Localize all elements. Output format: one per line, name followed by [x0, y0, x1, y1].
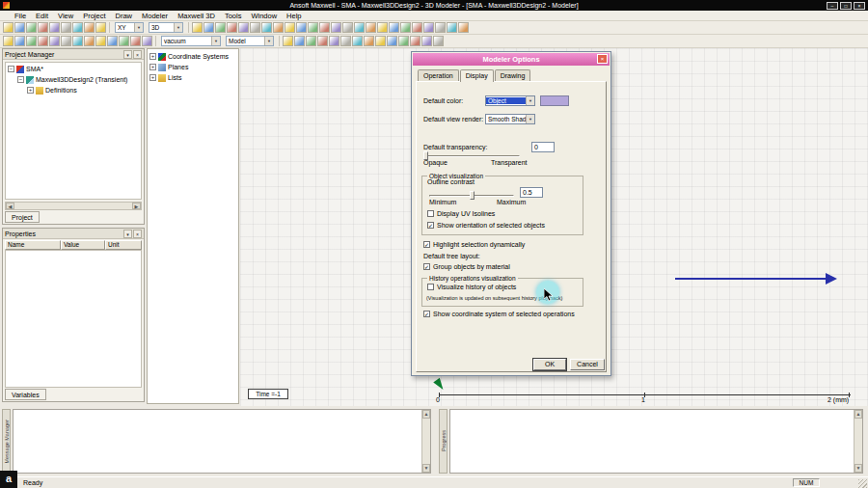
thicken-sheet-icon[interactable]	[387, 36, 397, 46]
resize-grip[interactable]	[858, 479, 867, 488]
orient-top-icon[interactable]	[273, 22, 284, 33]
close-icon[interactable]: ×	[854, 2, 865, 10]
pan-icon[interactable]	[192, 22, 203, 33]
menu-window[interactable]: Window	[246, 11, 282, 21]
tree-item-design[interactable]: − Maxwell3DDesign2 (Transient)	[6, 74, 141, 85]
copy-icon[interactable]	[61, 22, 71, 33]
draw-line-icon[interactable]	[319, 22, 330, 33]
outline-contrast-slider-thumb[interactable]	[470, 191, 475, 200]
orient-side-icon[interactable]	[296, 22, 307, 33]
menu-modeler[interactable]: Modeler	[137, 11, 173, 21]
object-cs-icon[interactable]	[130, 36, 141, 46]
tab-display[interactable]: Display	[460, 69, 494, 82]
select-vertex-icon[interactable]	[38, 36, 48, 46]
menu-help[interactable]: Help	[282, 11, 306, 21]
default-color-swatch[interactable]	[540, 95, 569, 106]
expand-icon[interactable]: +	[149, 64, 156, 70]
boolean-unite-icon[interactable]	[283, 36, 293, 46]
tab-operation[interactable]: Operation	[418, 69, 459, 81]
orient-iso-icon[interactable]	[308, 22, 318, 33]
tab-drawing[interactable]: Drawing	[495, 69, 531, 81]
minimize-icon[interactable]: –	[827, 2, 838, 10]
fit-all-icon[interactable]	[250, 22, 260, 33]
draw-cylinder-icon[interactable]	[412, 22, 422, 33]
menu-draw[interactable]: Draw	[111, 11, 138, 21]
print-icon[interactable]	[38, 22, 48, 33]
visualize-history-checkbox[interactable]: Visualize history of objects	[427, 284, 516, 290]
tree-item-project[interactable]: − SMA*	[6, 64, 141, 74]
pin-icon[interactable]: ▾	[123, 50, 132, 59]
select-object-icon[interactable]	[3, 36, 14, 46]
boolean-subtract-icon[interactable]	[294, 36, 305, 46]
mesh-plot-icon[interactable]	[433, 36, 444, 46]
drawing-plane-combo[interactable]: XY ▼	[115, 22, 144, 33]
draw-helix-icon[interactable]	[447, 22, 457, 33]
select-edge-icon[interactable]	[26, 36, 37, 46]
split-icon[interactable]	[317, 36, 328, 46]
group-objects-checkbox[interactable]: ✓ Group objects by material	[423, 263, 510, 270]
scroll-up-icon[interactable]: ▲	[422, 410, 430, 419]
column-value[interactable]: Value	[61, 240, 105, 250]
rotate-view-icon[interactable]	[203, 22, 214, 33]
duplicate-around-axis-icon[interactable]	[352, 36, 363, 46]
message-manager-scrollbar[interactable]: ▲ ▼	[421, 410, 430, 473]
menu-tools[interactable]: Tools	[220, 11, 247, 21]
dialog-close-icon[interactable]: ×	[597, 54, 608, 64]
boolean-intersect-icon[interactable]	[306, 36, 316, 46]
sweep-around-axis-icon[interactable]	[375, 36, 386, 46]
maximize-icon[interactable]: □	[840, 2, 852, 10]
validate-icon[interactable]	[410, 36, 420, 46]
tab-variables[interactable]: Variables	[5, 389, 46, 400]
expand-icon[interactable]: +	[27, 87, 34, 94]
close-icon[interactable]: ×	[133, 50, 142, 59]
cancel-button[interactable]: Cancel	[570, 359, 605, 370]
menu-maxwell3d[interactable]: Maxwell 3D	[173, 11, 220, 21]
menu-file[interactable]: File	[10, 11, 31, 21]
draw-circle-icon[interactable]	[377, 22, 388, 33]
analyze-icon[interactable]	[421, 36, 432, 46]
tree-item-coordinate-systems[interactable]: + Coordinate Systems	[149, 51, 238, 62]
new-icon[interactable]	[3, 22, 14, 33]
scroll-left-icon[interactable]: ◀	[6, 203, 14, 209]
collapse-icon[interactable]: −	[17, 76, 24, 83]
tree-item-planes[interactable]: + Planes	[149, 62, 238, 72]
pin-icon[interactable]: ▾	[123, 230, 132, 238]
measure-icon[interactable]	[458, 22, 469, 33]
fit-selection-icon[interactable]	[261, 22, 272, 33]
draw-spline-icon[interactable]	[331, 22, 341, 33]
snap-settings-icon[interactable]	[84, 36, 95, 46]
column-name[interactable]: Name	[5, 240, 61, 250]
dropdown-arrow-icon[interactable]: ▼	[211, 37, 220, 45]
menu-view[interactable]: View	[53, 11, 78, 21]
zoom-in-icon[interactable]	[215, 22, 226, 33]
dropdown-arrow-icon[interactable]: ▼	[264, 37, 273, 45]
message-manager-titlebar[interactable]: Message Manager	[2, 409, 11, 474]
cut-icon[interactable]	[49, 22, 60, 33]
outline-contrast-value-field[interactable]: 0.5	[520, 187, 543, 198]
coordinate-system-icon[interactable]	[95, 36, 106, 46]
draw-sphere-icon[interactable]	[423, 22, 434, 33]
face-cs-icon[interactable]	[119, 36, 129, 46]
relative-cs-icon[interactable]	[107, 36, 118, 46]
orient-front-icon[interactable]	[285, 22, 295, 33]
dropdown-arrow-icon[interactable]: ▼	[526, 96, 534, 105]
show-orientation-checkbox[interactable]: ✓ Show orientation of selected objects	[427, 222, 545, 229]
transparency-value-field[interactable]: 0	[531, 142, 555, 152]
display-uv-isolines-checkbox[interactable]: Display UV Isolines	[427, 210, 495, 217]
open-icon[interactable]	[14, 22, 25, 33]
expand-icon[interactable]: +	[149, 53, 156, 60]
menu-project[interactable]: Project	[78, 11, 110, 21]
close-icon[interactable]: ×	[133, 230, 142, 238]
column-unit[interactable]: Unit	[105, 240, 142, 250]
draw-arc-icon[interactable]	[342, 22, 353, 33]
save-icon[interactable]	[26, 22, 37, 33]
select-face-icon[interactable]	[14, 36, 25, 46]
scroll-down-icon[interactable]: ▼	[422, 464, 430, 473]
project-tree-hscrollbar[interactable]: ◀ ▶	[5, 202, 142, 210]
tab-project[interactable]: Project	[5, 211, 40, 223]
draw-polygon-icon[interactable]	[389, 22, 399, 33]
zoom-window-icon[interactable]	[238, 22, 249, 33]
model-combo[interactable]: Model ▼	[226, 36, 274, 46]
collapse-icon[interactable]: −	[8, 66, 14, 72]
draw-torus-icon[interactable]	[435, 22, 446, 33]
